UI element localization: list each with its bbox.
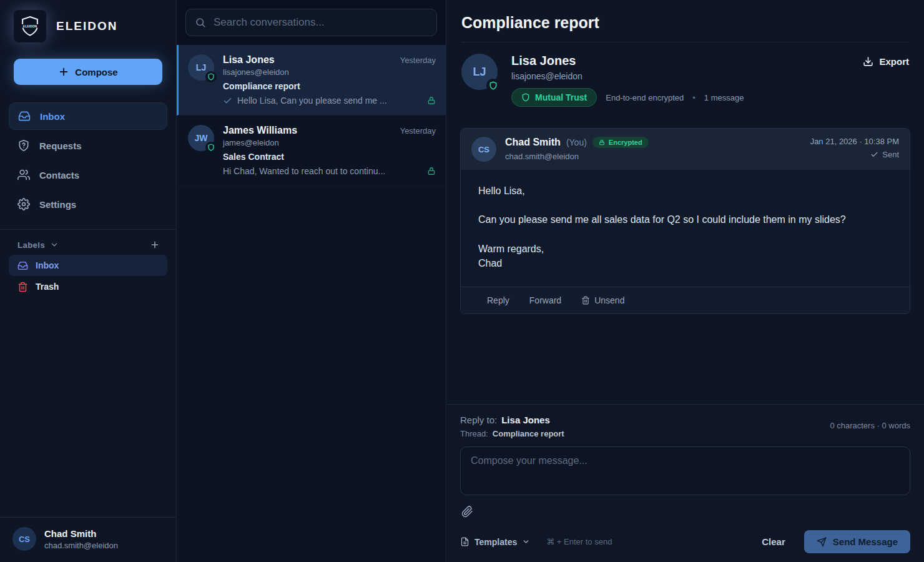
templates-label: Templates [474, 537, 517, 547]
compose-label: Compose [75, 67, 117, 77]
verified-shield-icon [486, 79, 500, 92]
export-label: Export [879, 56, 909, 67]
paper-plane-icon [817, 537, 827, 547]
chevron-down-icon [522, 538, 530, 546]
message-header: CS Chad Smith (You) Encrypted chad.smith… [461, 129, 910, 170]
label-item-inbox[interactable]: Inbox [9, 255, 167, 276]
inbox-icon [18, 110, 31, 122]
user-email: chad.smith@eleidon [44, 541, 118, 550]
labels-title: Labels [17, 240, 45, 250]
conversation-time: Yesterday [400, 56, 436, 65]
sidebar-nav: Inbox Requests Contacts Settings [9, 102, 167, 218]
brand: ELEIDON ELEIDON [0, 10, 176, 42]
conversation-email: james@eleidon [223, 138, 436, 147]
export-button[interactable]: Export [863, 56, 909, 67]
shield-question-icon [17, 139, 30, 152]
message-timestamp: Jan 21, 2026 · 10:38 PM [810, 137, 899, 146]
verified-shield-icon [205, 71, 217, 82]
plus-icon [58, 66, 69, 77]
reply-to-name: Lisa Jones [501, 415, 550, 425]
label-item-trash[interactable]: Trash [9, 276, 167, 297]
conversation-name: James Williams [223, 125, 297, 136]
label-text: Inbox [36, 260, 59, 270]
conversation-preview: Hi Chad, Wanted to reach out to continu.… [223, 166, 422, 176]
lock-icon [599, 139, 605, 145]
reply-to-label: Reply to: [460, 415, 497, 425]
trash-icon [581, 296, 590, 305]
nav-label: Settings [39, 199, 76, 210]
encrypted-badge: Encrypted [592, 137, 649, 148]
sent-check-icon [223, 96, 232, 106]
check-icon [870, 150, 878, 159]
unsend-button[interactable]: Unsend [581, 295, 624, 305]
search-input[interactable] [214, 16, 428, 29]
dot-separator: • [692, 93, 695, 102]
sender-avatar: CS [471, 137, 496, 162]
message-count: 1 message [704, 93, 744, 102]
you-tag: (You) [566, 137, 587, 147]
download-icon [863, 56, 873, 67]
file-icon [460, 537, 469, 546]
conversation-list-panel: LJ Lisa Jones Yesterday lisajones@eleido… [177, 0, 446, 562]
character-counter: 0 characters · 0 words [830, 421, 910, 438]
inbox-label-icon [17, 260, 28, 271]
labels-header: Labels [17, 240, 160, 250]
shield-icon [521, 93, 530, 102]
reply-button[interactable]: Reply [487, 295, 509, 305]
user-name: Chad Smith [44, 528, 118, 539]
eleidon-logo-icon: ELEIDON [14, 10, 46, 42]
thread-label: Thread: [460, 429, 488, 438]
search-area [177, 0, 446, 45]
conversation-email: lisajones@eleidon [223, 67, 436, 77]
paperclip-icon [461, 506, 473, 518]
thread-contact-header: LJ Lisa Jones lisajones@eleidon Mutual T… [446, 42, 924, 116]
conversation-name: Lisa Jones [223, 54, 275, 66]
mutual-trust-badge: Mutual Trust [511, 88, 597, 107]
message-area: CS Chad Smith (You) Encrypted chad.smith… [446, 116, 924, 404]
verified-shield-icon [205, 142, 217, 153]
contact-email: lisajones@eleidon [511, 71, 863, 81]
clear-button[interactable]: Clear [762, 536, 785, 547]
composer: Reply to:Lisa Jones Thread:Compliance re… [446, 404, 924, 562]
current-user[interactable]: CS Chad Smith chad.smith@eleidon [0, 517, 176, 562]
sender-email: chad.smith@eleidon [505, 152, 649, 161]
nav-label: Requests [39, 140, 82, 151]
conversation-item-james-williams[interactable]: JW James Williams Yesterday james@eleido… [177, 116, 446, 186]
thread-title: Compliance report [446, 0, 924, 42]
message-input[interactable] [460, 446, 910, 495]
lock-icon [427, 96, 436, 105]
sender-name: Chad Smith [505, 137, 561, 148]
message-body: Hello Lisa, Can you please send me all s… [461, 170, 910, 287]
templates-dropdown[interactable]: Templates [460, 537, 530, 547]
search-icon [195, 17, 206, 28]
message-card: CS Chad Smith (You) Encrypted chad.smith… [460, 128, 910, 314]
send-label: Send Message [833, 536, 898, 547]
sidebar: ELEIDON ELEIDON Compose Inbox Requests C… [0, 0, 177, 562]
sidebar-item-requests[interactable]: Requests [9, 132, 167, 159]
forward-button[interactable]: Forward [529, 295, 561, 305]
sidebar-item-contacts[interactable]: Contacts [9, 161, 167, 189]
sidebar-item-inbox[interactable]: Inbox [9, 102, 167, 130]
send-message-button[interactable]: Send Message [804, 530, 910, 553]
conversation-preview: Hello Lisa, Can you please send me ... [237, 96, 422, 106]
lock-icon [427, 167, 436, 175]
conversation-subject: Sales Contract [223, 152, 436, 162]
attach-button[interactable] [461, 506, 473, 518]
sidebar-divider [0, 229, 176, 230]
thread-panel: Compliance report LJ Lisa Jones lisajone… [446, 0, 924, 562]
trash-icon [17, 282, 28, 292]
add-label-icon[interactable] [150, 240, 160, 250]
conversation-item-lisa-jones[interactable]: LJ Lisa Jones Yesterday lisajones@eleido… [177, 45, 446, 116]
search-box [185, 9, 437, 36]
label-text: Trash [36, 282, 59, 292]
compose-button[interactable]: Compose [14, 59, 162, 85]
user-avatar: CS [12, 527, 36, 551]
sidebar-item-settings[interactable]: Settings [9, 190, 167, 218]
send-shortcut-hint: ⌘ + Enter to send [546, 537, 612, 546]
svg-text:ELEIDON: ELEIDON [23, 24, 37, 28]
sent-status: Sent [882, 150, 899, 159]
nav-label: Contacts [39, 170, 79, 180]
encryption-status: End-to-end encrypted [606, 93, 684, 102]
brand-name: ELEIDON [56, 19, 117, 33]
chevron-down-icon[interactable] [50, 240, 59, 249]
